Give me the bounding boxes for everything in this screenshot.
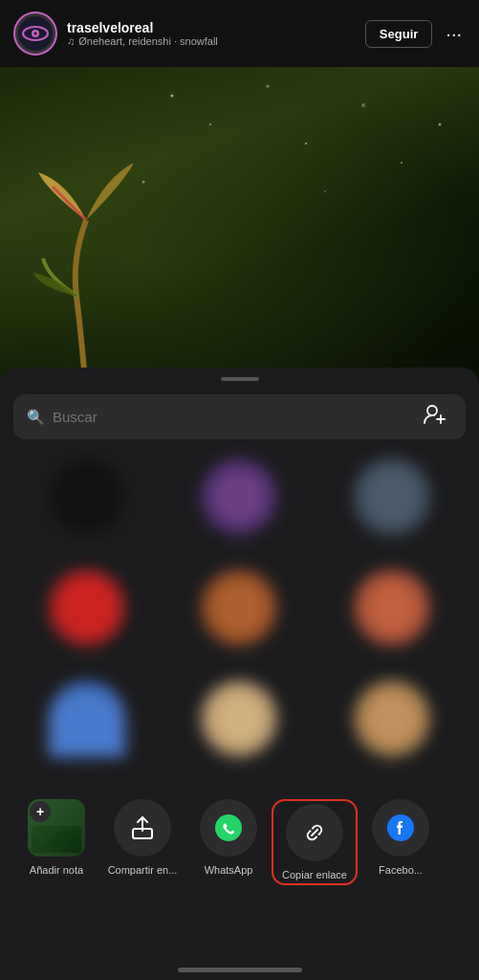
particles-icon [0, 67, 479, 392]
contact-name: · · · · · · · [221, 541, 259, 552]
svg-point-11 [439, 123, 442, 126]
contact-name: · · · · · · · [373, 763, 411, 774]
svg-point-2 [34, 33, 37, 35]
contact-avatar [354, 680, 430, 757]
list-item[interactable]: · · · · · · · [13, 564, 161, 669]
whatsapp-button[interactable]: WhatsApp [185, 799, 272, 876]
whatsapp-label: WhatsApp [205, 864, 253, 876]
contact-avatar [201, 458, 277, 535]
contact-name: · · · · · · · [68, 763, 106, 774]
contact-avatar [354, 569, 430, 646]
contacts-grid: · · · · · · · · · · · · · · · · · · · · … [0, 453, 479, 780]
copy-link-icon [286, 804, 343, 861]
eye-logo-icon [22, 25, 49, 42]
list-item[interactable]: · · · · · · · [166, 564, 314, 669]
add-note-thumbnail: + [28, 799, 85, 857]
add-note-label: Añadir nota [30, 864, 83, 876]
svg-point-8 [401, 162, 403, 164]
search-icon: 🔍 [27, 409, 45, 426]
copy-link-label: Copiar enlace [282, 869, 347, 880]
facebook-logo-icon [386, 813, 415, 842]
contact-name: · · · · · · · [221, 652, 259, 663]
contact-avatar [201, 680, 277, 757]
list-item[interactable]: · · · · · · · [13, 453, 161, 558]
share-icon [114, 799, 171, 857]
search-input[interactable] [53, 409, 416, 425]
user-info: traselveloreal ♫ Øneheart, reidenshi · s… [67, 20, 365, 47]
more-button[interactable]: ··· [442, 19, 466, 49]
contact-name: · · · · · · · [221, 763, 259, 774]
follow-button[interactable]: Seguir [365, 20, 432, 48]
username: traselveloreal [67, 20, 365, 35]
home-indicator [178, 968, 302, 972]
contact-avatar [201, 569, 277, 646]
contact-avatar [354, 458, 430, 535]
svg-point-4 [209, 123, 211, 125]
list-item[interactable]: · · · · · · · [318, 675, 466, 780]
whatsapp-icon [200, 799, 257, 857]
list-item[interactable]: · · · · · · · [166, 675, 314, 780]
contact-avatar [49, 569, 125, 646]
sheet-handle [221, 377, 259, 381]
add-note-button[interactable]: + Añadir nota [13, 799, 99, 876]
add-friend-button[interactable] [424, 404, 446, 430]
compartir-button[interactable]: Compartir en... [99, 799, 185, 876]
compartir-label: Compartir en... [108, 864, 178, 876]
svg-point-5 [267, 85, 270, 88]
add-person-icon [424, 404, 446, 425]
facebook-button[interactable]: Facebo... [358, 799, 444, 876]
whatsapp-logo-icon [214, 813, 243, 842]
contact-avatar [49, 680, 125, 757]
music-info: ♫ Øneheart, reidenshi · snowfall [67, 35, 365, 47]
avatar [13, 11, 57, 56]
share-row: + Añadir nota Compartir en... [0, 790, 479, 889]
contact-name: · · · · · · · [68, 652, 106, 663]
contact-name: · · · · · · · [373, 541, 411, 552]
svg-point-9 [142, 181, 145, 184]
copy-link-button[interactable]: Copiar enlace [272, 799, 358, 885]
svg-point-16 [215, 814, 242, 841]
contact-avatar [49, 458, 125, 535]
list-item[interactable]: · · · · · · · [318, 453, 466, 558]
svg-point-7 [361, 103, 365, 107]
facebook-icon [372, 799, 429, 857]
svg-point-10 [324, 190, 326, 192]
link-icon [301, 819, 328, 846]
list-item[interactable]: · · · · · · · [166, 453, 314, 558]
bottom-sheet: 🔍 · · · · · · · · · · · · · · · · · · · … [0, 368, 479, 980]
contact-name: · · · · · · · [68, 541, 106, 552]
add-note-plus-icon: + [30, 801, 51, 822]
upload-icon [130, 815, 155, 840]
facebook-label: Facebo... [379, 864, 423, 876]
top-bar: traselveloreal ♫ Øneheart, reidenshi · s… [0, 0, 479, 67]
svg-point-6 [305, 143, 307, 145]
video-background [0, 67, 479, 392]
list-item[interactable]: · · · · · · · [318, 564, 466, 669]
svg-point-3 [171, 95, 174, 98]
list-item[interactable]: · · · · · · · [13, 675, 161, 780]
music-track: Øneheart, reidenshi · snowfall [78, 35, 218, 47]
svg-point-12 [427, 406, 437, 415]
search-bar[interactable]: 🔍 [13, 394, 466, 439]
music-note: ♫ [67, 35, 75, 47]
contact-name: · · · · · · · [373, 652, 411, 663]
